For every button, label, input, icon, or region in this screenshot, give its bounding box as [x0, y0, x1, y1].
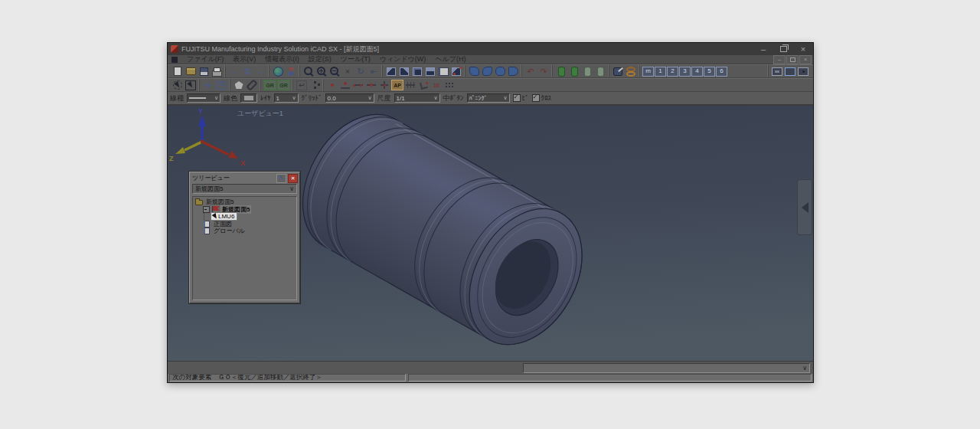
- zoom-cancel-icon[interactable]: ×: [341, 66, 354, 77]
- menu-file[interactable]: ファイル(F): [182, 54, 228, 64]
- menu-bar: ファイル(F)表示(V)情報表示(I)設定(S)ツール(T)ウィンドウ(W)ヘル…: [168, 55, 813, 64]
- menu-help[interactable]: ヘルプ(H): [430, 54, 470, 64]
- forward-arrow-icon[interactable]: →: [254, 66, 266, 77]
- minimize-button[interactable]: –: [753, 43, 773, 55]
- linetype-combo[interactable]: ∨: [187, 93, 220, 103]
- back-arrow-icon[interactable]: ←: [228, 66, 240, 77]
- menu-tools[interactable]: ツール(T): [336, 54, 375, 64]
- node-branch-icon[interactable]: [309, 80, 321, 91]
- middle-button-combo[interactable]: ﾊﾟﾆﾝｸﾞ∨: [467, 93, 510, 103]
- mode-5-button[interactable]: 5: [704, 67, 715, 77]
- shading-icon-1[interactable]: [468, 66, 480, 77]
- gr-button-2[interactable]: GR: [277, 80, 290, 90]
- menu-window[interactable]: ウィンドウ(W): [375, 54, 431, 64]
- solid-cylinder-icon-2[interactable]: [568, 66, 580, 77]
- close-button[interactable]: ×: [793, 43, 813, 55]
- undo-icon[interactable]: ↶: [524, 66, 537, 77]
- print-icon[interactable]: [211, 66, 223, 77]
- point-icon[interactable]: [326, 80, 338, 91]
- shading-icon-2[interactable]: [481, 66, 493, 77]
- rings-icon[interactable]: [625, 66, 637, 77]
- angle-point-icon[interactable]: [417, 80, 430, 91]
- zoom-in-icon[interactable]: [315, 66, 328, 77]
- panel-collapse-tab[interactable]: [797, 179, 812, 235]
- toolbar-row-2: +GRGRAP10: [168, 78, 813, 92]
- tree-item-model[interactable]: 新規図面5: [193, 206, 296, 214]
- child-restore-button[interactable]: [786, 55, 799, 64]
- ap-button[interactable]: AP: [391, 80, 403, 90]
- divide-line-icon[interactable]: [404, 80, 416, 91]
- mode-6-button[interactable]: 6: [716, 67, 727, 77]
- select-lasso-icon[interactable]: [172, 80, 184, 91]
- clip-icon[interactable]: [246, 80, 258, 91]
- gr-button-1[interactable]: GR: [263, 80, 276, 90]
- redo-icon[interactable]: ↷: [537, 66, 550, 77]
- layer-combo[interactable]: 1∨: [274, 93, 299, 103]
- mode-m-button[interactable]: m: [642, 67, 654, 77]
- hollow-cylinder-icon-2[interactable]: [594, 66, 606, 77]
- screen-fit-icon[interactable]: [771, 66, 783, 77]
- hollow-cylinder-icon-1[interactable]: [581, 66, 593, 77]
- child-close-button[interactable]: ×: [799, 55, 812, 64]
- zoom-previous-icon[interactable]: ⇤: [368, 66, 380, 77]
- mode-3-button[interactable]: 3: [679, 67, 691, 77]
- move-cross-box-icon[interactable]: [215, 80, 227, 91]
- new-file-icon[interactable]: [172, 66, 184, 77]
- polygon-icon[interactable]: [233, 80, 245, 91]
- open-file-icon[interactable]: [185, 66, 197, 77]
- zoom-out-icon[interactable]: [328, 66, 341, 77]
- tree-drawing-combo[interactable]: 新規図面5 ∨: [192, 184, 297, 194]
- screen-window-icon[interactable]: [784, 66, 796, 77]
- menu-settings[interactable]: 設定(S): [304, 54, 336, 64]
- hand-pen-icon[interactable]: [612, 66, 624, 77]
- menu-view[interactable]: 表示(V): [228, 54, 260, 64]
- child-window-controls: – ×: [773, 55, 812, 64]
- tree-item-lmu6[interactable]: LMU6: [193, 213, 296, 221]
- pitch-10-button[interactable]: 10: [430, 80, 443, 91]
- scale-combo[interactable]: 1/1∨: [394, 93, 440, 103]
- shading-icon-3[interactable]: [494, 66, 506, 77]
- view-cube-group: [382, 65, 465, 77]
- shading-icon-4[interactable]: [507, 66, 519, 77]
- point-on-line-icon[interactable]: [339, 80, 351, 91]
- linecolor-swatch[interactable]: [240, 93, 257, 103]
- solid-cylinder-icon-1[interactable]: [555, 66, 567, 77]
- screen-center-icon[interactable]: [797, 66, 809, 77]
- child-minimize-button[interactable]: –: [773, 55, 786, 64]
- branch-arrow-icon[interactable]: ⇅: [241, 66, 253, 77]
- zoom-refresh-icon[interactable]: ↻: [354, 66, 367, 77]
- iso-view-icon-4[interactable]: [424, 66, 436, 77]
- cube-points-icon[interactable]: [450, 66, 462, 77]
- select-box-icon[interactable]: [185, 80, 197, 91]
- mode-4-button[interactable]: 4: [691, 67, 703, 77]
- drawing-book-icon[interactable]: [437, 66, 449, 77]
- iso-view-icon-3[interactable]: [411, 66, 423, 77]
- grid-points-icon[interactable]: [443, 80, 456, 91]
- axis-z-label: Z: [169, 155, 174, 162]
- expander-icon[interactable]: [203, 206, 210, 213]
- grid-combo[interactable]: 0.0∨: [325, 93, 374, 103]
- globe-icon[interactable]: [272, 66, 284, 77]
- mode-2d3d-icon[interactable]: [285, 66, 297, 77]
- zoom-icon[interactable]: [302, 66, 315, 77]
- cross-checkbox[interactable]: ｸﾛｽ: [532, 94, 552, 102]
- iso-view-icon-1[interactable]: [385, 66, 397, 77]
- move-cross-icon[interactable]: +: [202, 80, 214, 91]
- tree-close-button[interactable]: ×: [288, 174, 298, 183]
- child-window-icon[interactable]: [172, 57, 178, 63]
- intersection-icon[interactable]: [378, 80, 390, 91]
- tree-pin-button[interactable]: ↖: [276, 174, 286, 183]
- midpoint-icon[interactable]: [365, 80, 377, 91]
- restore-button[interactable]: [773, 43, 793, 55]
- mode-2-button[interactable]: 2: [667, 67, 678, 77]
- segment-ends-icon[interactable]: [352, 80, 364, 91]
- mode-1-button[interactable]: 1: [655, 67, 666, 77]
- app-window: FUJITSU Manufacturing Industry Solution …: [167, 42, 814, 383]
- menu-info-display[interactable]: 情報表示(I): [260, 54, 304, 64]
- save-icon[interactable]: [198, 66, 210, 77]
- tree-item-global[interactable]: グローバル: [193, 228, 296, 235]
- return-box-icon[interactable]: [296, 80, 308, 91]
- iso-view-icon-2[interactable]: [398, 66, 410, 77]
- command-input-combo[interactable]: ∨: [523, 363, 810, 373]
- pick-checkbox[interactable]: ﾋﾟ: [513, 94, 529, 102]
